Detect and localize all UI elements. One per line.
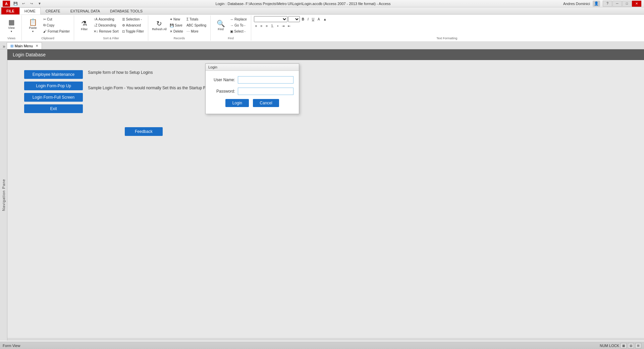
db-title: Login Database: [13, 52, 46, 57]
access-logo: A 💾 ↩ ↪ ▼: [3, 1, 43, 7]
password-input[interactable]: [238, 88, 293, 95]
customize-qa-btn[interactable]: ▼: [36, 1, 43, 7]
tab-home[interactable]: HOME: [19, 7, 41, 14]
go-to-icon: →: [230, 23, 233, 27]
selection-button[interactable]: ☰ Selection -: [121, 16, 145, 22]
cut-button[interactable]: ✂ Cut: [42, 16, 71, 22]
select-label: Select -: [234, 30, 246, 33]
select-button[interactable]: ▣ Select -: [229, 28, 248, 34]
user-avatar: 👤: [593, 1, 600, 7]
format-painter-icon: 🖌: [43, 30, 47, 33]
italic-button[interactable]: I: [306, 16, 310, 22]
font-color-button[interactable]: A: [316, 16, 321, 22]
align-center-button[interactable]: ≡: [259, 23, 264, 29]
view-button[interactable]: ▦ View ▼: [4, 16, 19, 35]
maximize-btn[interactable]: □: [622, 1, 632, 7]
tab-expand-button[interactable]: »: [1, 44, 7, 49]
tab-create[interactable]: CREATE: [41, 7, 65, 14]
outdent-btn[interactable]: ⇤: [286, 23, 292, 29]
find-label: Find: [218, 28, 224, 31]
quick-access-toolbar: 💾 ↩ ↪ ▼: [12, 1, 43, 7]
replace-button[interactable]: ↔ Replace: [229, 16, 248, 22]
minimize-btn[interactable]: ─: [612, 1, 622, 7]
nav-pane-label: Navigation Pane: [2, 179, 6, 211]
bold-button[interactable]: B: [301, 16, 306, 22]
filter-button[interactable]: ⚗ Filter: [77, 16, 92, 35]
help-btn[interactable]: ?: [603, 1, 612, 7]
new-button[interactable]: ✦ New: [168, 16, 184, 22]
text-format-row1: B I U A ▲: [254, 16, 328, 22]
ribbon-group-sort-filter: ⚗ Filter ↑A Ascending ↓Z Descending ✕↕ R…: [74, 15, 148, 41]
ribbon-content: ▦ View ▼ Views 📋 Paste ▼ ✂ Cut ⧉ Copy: [0, 14, 644, 41]
cancel-button[interactable]: Cancel: [253, 99, 279, 107]
username-input[interactable]: [238, 76, 293, 84]
advanced-button[interactable]: ⚙ Advanced: [121, 22, 145, 28]
remove-sort-icon: ✕↕: [94, 30, 98, 33]
copy-button[interactable]: ⧉ Copy: [42, 22, 71, 28]
go-to-button[interactable]: → Go To -: [229, 22, 248, 28]
clipboard-group-label: Clipboard: [22, 37, 74, 40]
cut-icon: ✂: [43, 17, 46, 21]
save-button[interactable]: 💾 Save: [168, 22, 184, 28]
totals-button[interactable]: Σ Totals: [185, 16, 208, 22]
login-dialog: Login User Name: Password: Login Cancel: [205, 63, 299, 114]
main-content: Employee Maintenance Login Form-Pop Up L…: [7, 60, 644, 338]
spelling-button[interactable]: ABC Spelling: [185, 22, 208, 28]
save-qa-btn[interactable]: 💾: [12, 1, 19, 7]
navigation-pane[interactable]: Navigation Pane: [0, 49, 7, 341]
records-group-label: Records: [148, 37, 210, 40]
tab-close-button[interactable]: ✕: [36, 44, 38, 48]
spelling-icon: ABC: [186, 23, 194, 27]
views-group-label: Views: [1, 37, 21, 40]
login-button[interactable]: Login: [225, 99, 249, 107]
password-row: Password:: [211, 88, 293, 95]
login-dialog-buttons: Login Cancel: [211, 99, 293, 108]
view-dropdown-icon: ▼: [10, 30, 13, 33]
toggle-filter-button[interactable]: ⊡ Toggle Filter: [121, 28, 145, 34]
bullets-button[interactable]: •: [276, 23, 280, 29]
login-form-fullscreen-button[interactable]: Login Form-Full Screen: [24, 93, 83, 102]
tab-external-data[interactable]: EXTERNAL DATA: [65, 7, 105, 14]
tab-icon: ▤: [10, 44, 13, 48]
align-right-button[interactable]: ≡: [264, 23, 269, 29]
undo-qa-btn[interactable]: ↩: [20, 1, 27, 7]
find-icon: 🔍: [217, 20, 225, 27]
numbering-button[interactable]: 1.: [270, 23, 275, 29]
more-button[interactable]: ⋯ More: [185, 28, 208, 34]
underline-button[interactable]: U: [311, 16, 316, 22]
username-row: User Name:: [211, 76, 293, 84]
descending-label: Descending: [98, 23, 116, 27]
feedback-button[interactable]: Feedback: [125, 127, 163, 136]
spelling-label: Spelling: [194, 23, 206, 27]
exit-button[interactable]: Exit: [24, 104, 83, 113]
selection-label: Selection -: [126, 17, 142, 21]
highlight-button[interactable]: ▲: [322, 16, 328, 22]
refresh-button[interactable]: ↻ Refresh All: [151, 16, 168, 35]
font-size-select[interactable]: [288, 16, 300, 22]
remove-sort-button[interactable]: ✕↕ Remove Sort: [92, 28, 120, 34]
tab-label: Main Menu: [15, 44, 33, 48]
advanced-label: Advanced: [126, 23, 141, 27]
paste-button[interactable]: 📋 Paste ▼: [24, 16, 41, 35]
username-label: User Name:: [211, 78, 238, 82]
align-left-button[interactable]: ≡: [254, 23, 259, 29]
toggle-filter-icon: ⊡: [122, 30, 125, 33]
employee-maintenance-button[interactable]: Employee Maintenance: [24, 70, 83, 79]
font-family-select[interactable]: [254, 16, 287, 22]
go-to-label: Go To -: [234, 23, 246, 27]
ribbon-group-find: 🔍 Find ↔ Replace → Go To - ▣ Select - Fi…: [211, 15, 251, 41]
find-button[interactable]: 🔍 Find: [213, 16, 228, 35]
indent-btn[interactable]: ⇥: [280, 23, 286, 29]
login-form-popup-button[interactable]: Login Form-Pop Up: [24, 82, 83, 90]
descending-button[interactable]: ↓Z Descending: [92, 22, 120, 28]
close-btn[interactable]: ✕: [632, 1, 641, 7]
app-logo: A: [3, 1, 10, 7]
find-group-label: Find: [211, 37, 251, 40]
ascending-button[interactable]: ↑A Ascending: [92, 16, 120, 22]
delete-button[interactable]: ✕ Delete: [168, 28, 184, 34]
tab-database-tools[interactable]: DATABASE TOOLS: [105, 7, 148, 14]
tab-file[interactable]: FILE: [1, 7, 19, 14]
format-painter-button[interactable]: 🖌 Format Painter: [42, 28, 71, 34]
redo-qa-btn[interactable]: ↪: [28, 1, 35, 7]
paste-label: Paste: [29, 26, 37, 30]
